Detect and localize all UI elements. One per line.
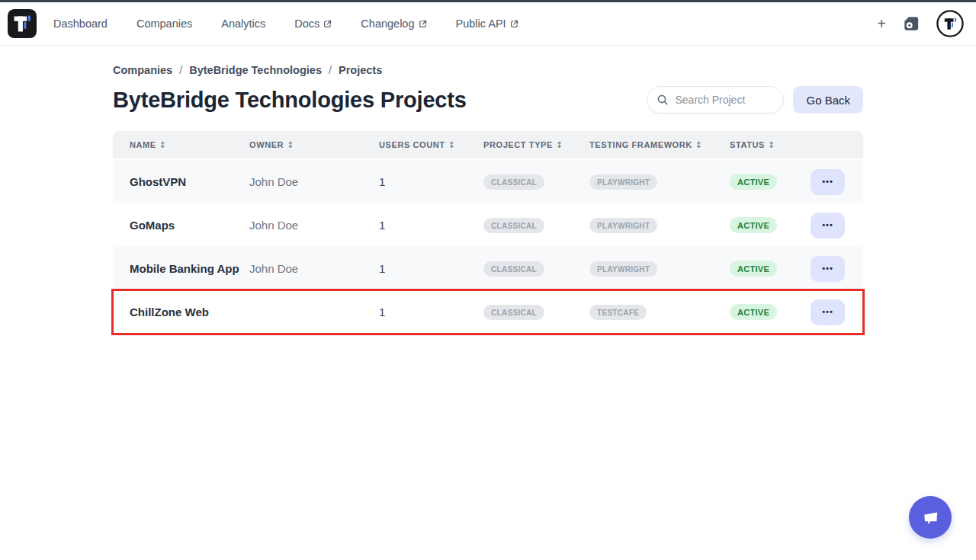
nav-item-label: Docs xyxy=(294,18,319,30)
nav-item-label: Public API xyxy=(456,18,506,30)
ellipsis-icon: ••• xyxy=(822,307,833,316)
users-count: 1 xyxy=(379,175,483,188)
status-badge: ACTIVE xyxy=(730,304,777,320)
table-row[interactable]: Mobile Banking App John Doe 1 CLASSICAL … xyxy=(113,247,863,290)
column-header-users-count[interactable]: USERS COUNT ↕ xyxy=(379,140,483,150)
nav-item-changelog[interactable]: Changelog xyxy=(361,18,426,30)
status-badge: ACTIVE xyxy=(730,174,777,190)
nav-item-dashboard[interactable]: Dashboard xyxy=(53,18,108,30)
row-actions-button[interactable]: ••• xyxy=(811,256,845,282)
page-title: ByteBridge Technologies Projects xyxy=(113,88,467,113)
user-avatar[interactable] xyxy=(936,10,964,37)
nav-item-label: Analytics xyxy=(221,18,265,30)
row-actions-button[interactable]: ••• xyxy=(811,299,845,325)
sort-icon: ↕ xyxy=(448,140,456,150)
main-nav: Dashboard Companies Analytics Docs Chang… xyxy=(53,18,518,30)
breadcrumb-projects[interactable]: Projects xyxy=(339,64,382,76)
breadcrumb: Companies / ByteBridge Technologies / Pr… xyxy=(113,64,863,76)
testing-framework-badge: TESTCAFE xyxy=(589,305,647,320)
search-box[interactable] xyxy=(647,86,784,114)
nav-item-public-api[interactable]: Public API xyxy=(456,18,518,30)
navbar-right: + xyxy=(877,10,964,37)
column-header-owner[interactable]: OWNER ↕ xyxy=(249,140,379,150)
nav-item-docs[interactable]: Docs xyxy=(294,18,332,30)
search-input[interactable] xyxy=(675,94,766,106)
breadcrumb-separator: / xyxy=(329,64,332,76)
breadcrumb-company-name[interactable]: ByteBridge Technologies xyxy=(189,64,322,76)
project-owner: John Doe xyxy=(249,262,379,275)
column-header-project-type[interactable]: PROJECT TYPE ↕ xyxy=(483,140,589,150)
table-header-row: NAME ↕ OWNER ↕ USERS COUNT ↕ PROJECT TYP… xyxy=(113,131,863,160)
table-row[interactable]: GoMaps John Doe 1 CLASSICAL PLAYWRIGHT A… xyxy=(113,203,863,247)
users-count: 1 xyxy=(379,219,483,232)
project-name: Mobile Banking App xyxy=(113,262,249,275)
search-icon xyxy=(657,94,669,106)
title-row: ByteBridge Technologies Projects Go Back xyxy=(113,86,863,114)
column-header-name[interactable]: NAME ↕ xyxy=(113,140,249,150)
logo-icon xyxy=(8,9,37,38)
ellipsis-icon: ••• xyxy=(822,220,833,229)
projects-table: NAME ↕ OWNER ↕ USERS COUNT ↕ PROJECT TYP… xyxy=(113,131,863,334)
ellipsis-icon: ••• xyxy=(822,264,833,273)
nav-item-label: Dashboard xyxy=(53,18,108,30)
sort-icon: ↕ xyxy=(768,140,775,150)
project-type-badge: CLASSICAL xyxy=(483,261,544,277)
column-header-label: PROJECT TYPE xyxy=(483,140,553,149)
status-badge: ACTIVE xyxy=(730,261,777,277)
avatar-logo-icon xyxy=(936,10,964,37)
sort-icon: ↕ xyxy=(287,140,294,150)
column-header-label: STATUS xyxy=(730,140,765,149)
testing-framework-badge: PLAYWRIGHT xyxy=(589,174,657,190)
sort-icon: ↕ xyxy=(695,140,703,150)
status-badge: ACTIVE xyxy=(730,217,777,233)
column-header-label: NAME xyxy=(130,140,156,149)
roadmap-search-icon[interactable] xyxy=(903,15,920,32)
nav-item-companies[interactable]: Companies xyxy=(136,18,192,30)
testing-framework-badge: PLAYWRIGHT xyxy=(589,261,657,277)
column-header-label: OWNER xyxy=(249,140,284,149)
breadcrumb-separator: / xyxy=(179,64,182,76)
sort-icon: ↕ xyxy=(556,140,563,150)
column-header-label: USERS COUNT xyxy=(379,140,445,149)
title-controls: Go Back xyxy=(647,86,863,114)
chat-bubble-icon xyxy=(920,507,941,528)
go-back-button[interactable]: Go Back xyxy=(793,86,863,114)
chat-widget-button[interactable] xyxy=(909,496,952,539)
column-header-status[interactable]: STATUS ↕ xyxy=(730,140,811,150)
project-name: ChillZone Web xyxy=(113,306,249,318)
column-header-label: TESTING FRAMEWORK xyxy=(589,140,692,149)
external-link-icon xyxy=(419,20,427,28)
nav-item-label: Changelog xyxy=(361,18,414,30)
project-owner: John Doe xyxy=(249,219,379,232)
row-actions-button[interactable]: ••• xyxy=(811,213,845,238)
external-link-icon xyxy=(510,20,518,28)
ellipsis-icon: ••• xyxy=(822,177,833,186)
project-name: GoMaps xyxy=(113,219,249,232)
add-icon[interactable]: + xyxy=(877,16,886,31)
table-row[interactable]: GhostVPN John Doe 1 CLASSICAL PLAYWRIGHT… xyxy=(113,160,863,203)
app-logo[interactable] xyxy=(8,9,37,38)
column-header-testing-framework[interactable]: TESTING FRAMEWORK ↕ xyxy=(589,140,730,150)
project-owner: John Doe xyxy=(249,175,379,188)
project-name: GhostVPN xyxy=(113,175,249,188)
users-count: 1 xyxy=(379,306,483,318)
page-content: Companies / ByteBridge Technologies / Pr… xyxy=(113,64,863,334)
external-link-icon xyxy=(323,20,332,28)
nav-item-label: Companies xyxy=(136,18,192,30)
nav-item-analytics[interactable]: Analytics xyxy=(221,18,265,30)
top-navbar: Dashboard Companies Analytics Docs Chang… xyxy=(0,2,976,46)
project-type-badge: CLASSICAL xyxy=(483,218,544,233)
testing-framework-badge: PLAYWRIGHT xyxy=(589,218,657,233)
users-count: 1 xyxy=(379,262,483,275)
project-type-badge: CLASSICAL xyxy=(483,305,544,320)
breadcrumb-companies[interactable]: Companies xyxy=(113,64,172,76)
table-row-highlighted annotation-highlight-box[interactable]: ChillZone Web 1 CLASSICAL TESTCAFE ACTIV… xyxy=(113,290,863,334)
project-type-badge: CLASSICAL xyxy=(483,174,544,190)
sort-icon: ↕ xyxy=(159,140,167,150)
row-actions-button[interactable]: ••• xyxy=(811,169,845,195)
